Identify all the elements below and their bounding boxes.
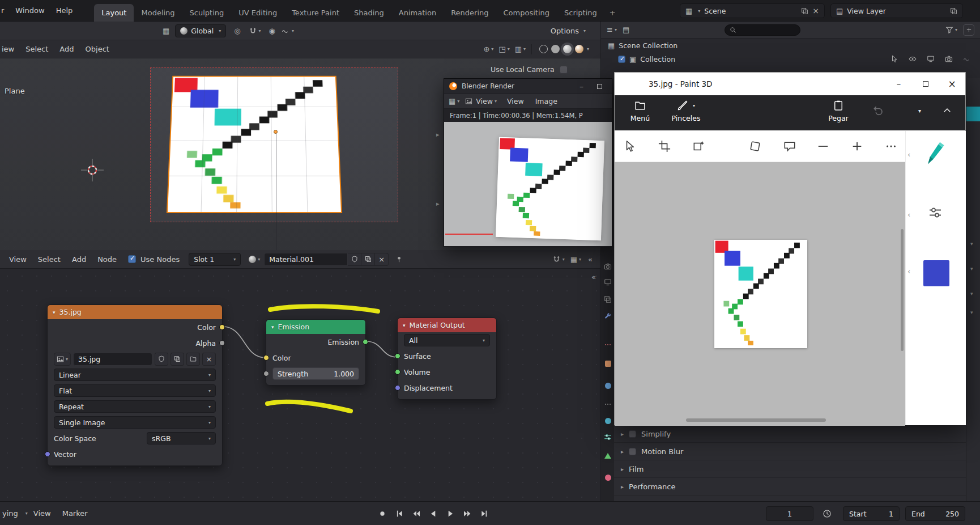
color-input-socket[interactable] xyxy=(263,355,269,361)
menu-add[interactable]: Add xyxy=(66,255,92,264)
adjustments-sliders-icon[interactable] xyxy=(928,206,942,219)
image-texture-node[interactable]: ▾ 35.jpg Color Alpha ▾ 35.jpg × Linear▾ … xyxy=(47,304,223,466)
prop-tab-modifiers-icon[interactable] xyxy=(601,310,615,323)
callout-tool-icon[interactable] xyxy=(783,140,796,153)
shape-2d-tool-icon[interactable] xyxy=(749,140,761,153)
tab-uv-editing[interactable]: UV Editing xyxy=(231,4,284,22)
menu-render-clipped[interactable]: r xyxy=(0,6,10,15)
collapse-node-icon[interactable]: ▾ xyxy=(271,324,274,330)
menu-view-clipped[interactable]: iew xyxy=(0,45,20,53)
horizontal-scrollbar[interactable] xyxy=(686,418,826,422)
expand-caret-icon[interactable]: ▸ xyxy=(621,431,624,437)
prop-tab-object-data-icon[interactable] xyxy=(601,449,615,463)
previous-keyframe-button[interactable] xyxy=(409,507,423,520)
record-button[interactable] xyxy=(375,507,389,520)
prop-tab-render-icon[interactable] xyxy=(601,260,615,273)
collapse-caret-icon[interactable]: ▾ xyxy=(970,241,973,247)
source-select[interactable]: Single Image▾ xyxy=(54,416,216,429)
minimize-button[interactable]: – xyxy=(885,73,912,95)
scene-collection-label[interactable]: Scene Collection xyxy=(619,41,678,50)
history-dropdown-icon[interactable]: ▾ xyxy=(918,108,921,114)
shading-dropdown-caret[interactable]: ▾ xyxy=(587,46,589,52)
image-browse-button[interactable]: ▾ xyxy=(54,353,71,366)
hide-eye-icon[interactable] xyxy=(909,55,917,63)
maximize-button[interactable] xyxy=(912,73,939,95)
pivot-point-icon[interactable]: ◎ xyxy=(234,27,240,35)
motion-blur-section[interactable]: ▸ Motion Blur xyxy=(614,443,980,460)
material-name-field[interactable]: Material.001 xyxy=(264,253,348,266)
region-expand-arrow[interactable]: ▸ xyxy=(436,131,440,138)
collapse-region-icon[interactable]: « xyxy=(588,256,593,263)
prop-tab-physics-icon[interactable] xyxy=(601,379,615,392)
collapse-caret-icon[interactable]: ▾ xyxy=(970,291,973,297)
next-keyframe-button[interactable] xyxy=(460,507,474,520)
collection-row[interactable]: ▣ Collection xyxy=(601,52,980,66)
fake-user-shield-icon[interactable] xyxy=(348,253,361,266)
new-scene-icon[interactable] xyxy=(801,7,808,15)
transform-orientation-dropdown[interactable]: Global ▾ xyxy=(175,24,226,37)
prop-tab-view-layer-icon[interactable] xyxy=(601,293,615,306)
proportional-editing-icon[interactable]: ◉ xyxy=(269,27,275,35)
unlink-material-icon[interactable]: × xyxy=(375,253,389,266)
disable-viewport-icon[interactable] xyxy=(927,55,935,63)
motion-blur-checkbox[interactable] xyxy=(629,448,636,455)
plane-object[interactable] xyxy=(167,76,342,213)
selectable-pointer-icon[interactable] xyxy=(890,55,898,63)
color-output-socket[interactable] xyxy=(219,324,225,330)
snap-magnet-icon[interactable] xyxy=(249,27,257,35)
play-reverse-button[interactable] xyxy=(426,507,440,520)
prop-tab-object-icon[interactable] xyxy=(601,357,615,370)
alpha-output-socket[interactable] xyxy=(219,340,225,346)
prop-tab-output-icon[interactable] xyxy=(601,276,615,289)
menu-view[interactable]: View xyxy=(3,255,32,264)
outliner-display-mode-icon[interactable]: ≡ xyxy=(607,26,613,33)
tab-scripting[interactable]: Scripting xyxy=(557,4,604,22)
paste-button[interactable]: Pegar xyxy=(819,100,858,122)
menu-window[interactable]: Window xyxy=(10,6,50,15)
paint3d-window[interactable]: 35.jpg - Paint 3D – × Menú ▾ Pinceles Pe… xyxy=(614,72,966,425)
extension-select[interactable]: Repeat▾ xyxy=(54,400,216,413)
vertical-scrollbar[interactable] xyxy=(901,229,904,351)
strength-field[interactable]: Strength 1.000 xyxy=(272,367,359,380)
menu-add[interactable]: Add xyxy=(54,45,79,53)
render-window-titlebar[interactable]: Blender Render – xyxy=(444,79,612,94)
menu-view[interactable]: View xyxy=(28,509,57,518)
maximize-button[interactable] xyxy=(593,84,607,89)
shading-rendered-icon[interactable] xyxy=(575,45,583,53)
jump-to-start-button[interactable] xyxy=(392,507,406,520)
remove-scene-icon[interactable]: × xyxy=(812,7,819,15)
use-nodes-checkbox[interactable] xyxy=(128,255,136,263)
expand-caret-icon[interactable]: ▸ xyxy=(621,448,624,455)
strength-input-socket[interactable] xyxy=(263,371,269,376)
snap-dropdown-caret[interactable]: ▾ xyxy=(259,28,261,33)
view-layer-selector[interactable]: ▤ View Layer xyxy=(830,3,963,18)
minimize-button[interactable]: – xyxy=(575,82,588,91)
select-tool-icon[interactable] xyxy=(624,140,636,153)
editor-type-icon[interactable]: ▦ xyxy=(449,98,455,105)
snapping-icon[interactable] xyxy=(552,255,561,264)
outliner-search-input[interactable] xyxy=(725,24,800,36)
add-workspace-button[interactable]: + xyxy=(604,4,621,22)
falloff-dropdown-caret[interactable]: ▾ xyxy=(292,28,294,33)
collapse-caret-icon[interactable]: ▾ xyxy=(970,266,973,272)
volume-input-socket[interactable] xyxy=(395,369,400,375)
slot-dropdown[interactable]: Slot 1 ▾ xyxy=(189,253,241,266)
color-space-select[interactable]: sRGB▾ xyxy=(147,432,216,444)
shading-solid-icon[interactable] xyxy=(551,45,560,53)
image-name-field[interactable]: 35.jpg xyxy=(73,353,152,366)
close-button[interactable]: × xyxy=(939,73,965,95)
line-tool-icon[interactable] xyxy=(817,140,829,153)
marker-tool-icon[interactable] xyxy=(923,141,948,166)
shading-material-icon[interactable] xyxy=(563,45,572,53)
overlay-toggle-icon[interactable]: ▦ xyxy=(570,256,577,263)
new-collection-button[interactable] xyxy=(963,24,974,36)
menu-node[interactable]: Node xyxy=(92,255,122,264)
menu-help[interactable]: Help xyxy=(50,6,79,15)
projection-select[interactable]: Flat▾ xyxy=(54,384,216,397)
material-output-node[interactable]: ▾ Material Output All▾ Surface Volume Di… xyxy=(397,317,497,400)
tab-layout[interactable]: Layout xyxy=(94,4,134,22)
filter-funnel-icon[interactable] xyxy=(945,26,953,34)
overlays-icon[interactable]: ▥ xyxy=(515,45,522,53)
collection-checkbox[interactable] xyxy=(618,56,625,63)
displacement-input-socket[interactable] xyxy=(395,385,400,391)
